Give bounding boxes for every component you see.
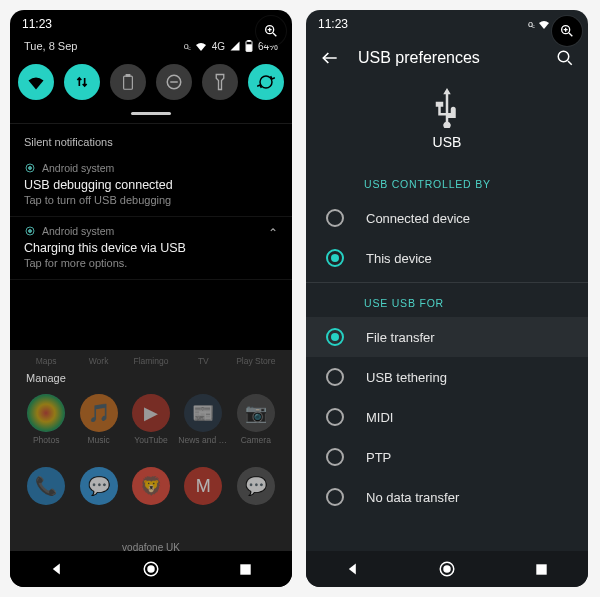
- radio-label: PTP: [366, 450, 391, 465]
- android-icon: [24, 225, 36, 237]
- radio-connected-device[interactable]: Connected device: [306, 198, 588, 238]
- nav-bar: [10, 551, 292, 587]
- radio-ptp[interactable]: PTP: [306, 437, 588, 477]
- app-label: Work: [74, 356, 124, 366]
- battery-saver-tile[interactable]: [110, 64, 146, 100]
- status-bar: 11:23: [10, 10, 292, 38]
- svg-point-26: [558, 51, 569, 62]
- app-dock-2[interactable]: 💬: [75, 467, 123, 505]
- nav-recents[interactable]: [531, 559, 551, 579]
- silent-label: Silent notifications: [10, 130, 292, 154]
- app-label: Maps: [21, 356, 71, 366]
- svg-rect-5: [248, 40, 250, 41]
- radio-label: This device: [366, 251, 432, 266]
- radio-icon: [326, 328, 344, 346]
- app-news[interactable]: 📰News and Sport: [179, 394, 227, 445]
- page-title: USB preferences: [358, 49, 538, 67]
- radio-label: Connected device: [366, 211, 470, 226]
- radio-icon: [326, 408, 344, 426]
- svg-rect-8: [126, 74, 130, 76]
- radio-label: MIDI: [366, 410, 393, 425]
- wifi-icon: [538, 19, 550, 29]
- search-button[interactable]: [556, 49, 574, 67]
- radio-midi[interactable]: MIDI: [306, 397, 588, 437]
- status-time: 11:23: [22, 17, 52, 31]
- qs-tiles: [10, 60, 292, 110]
- usb-icon: [432, 88, 462, 128]
- svg-line-1: [273, 33, 276, 36]
- notif-app-name: Android system: [42, 162, 114, 174]
- app-dock-4[interactable]: M: [179, 467, 227, 505]
- svg-point-12: [29, 167, 32, 170]
- svg-line-27: [568, 61, 572, 65]
- chevron-up-icon[interactable]: ⌃: [268, 226, 278, 240]
- app-photos[interactable]: Photos: [22, 394, 70, 445]
- radio-no-data-transfer[interactable]: No data transfer: [306, 477, 588, 517]
- svg-point-29: [444, 566, 450, 572]
- notif-app-name: Android system: [42, 225, 114, 237]
- app-dock-5[interactable]: 💬: [232, 467, 280, 505]
- wifi-icon: [195, 41, 207, 51]
- phone-notifications: 11:23 Tue, 8 Sep o꜀ 4G 64%: [10, 10, 292, 587]
- app-label: Photos: [21, 435, 71, 445]
- app-label: TV: [178, 356, 228, 366]
- notification-usb-debugging[interactable]: Android system USB debugging connected T…: [10, 154, 292, 217]
- ov-icon: o꜀: [184, 41, 190, 52]
- svg-point-16: [148, 566, 154, 572]
- qs-handle[interactable]: [131, 112, 171, 115]
- svg-rect-7: [124, 76, 133, 89]
- notification-usb-charging[interactable]: Android system ⌃ Charging this device vi…: [10, 217, 292, 280]
- app-label: Camera: [231, 435, 281, 445]
- radio-label: No data transfer: [366, 490, 459, 505]
- back-button[interactable]: [320, 48, 340, 68]
- radio-usb-tethering[interactable]: USB tethering: [306, 357, 588, 397]
- group-controlled-by: USB CONTROLLED BY: [306, 168, 588, 198]
- app-label: News and Sport: [178, 435, 228, 445]
- radio-icon: [326, 249, 344, 267]
- svg-rect-30: [536, 564, 546, 574]
- home-background: Maps Work Flamingo TV Play Store Manage …: [10, 350, 292, 551]
- rotation-tile[interactable]: [248, 64, 284, 100]
- radio-icon: [326, 209, 344, 227]
- radio-label: USB tethering: [366, 370, 447, 385]
- svg-rect-17: [240, 564, 250, 574]
- nav-recents[interactable]: [235, 559, 255, 579]
- app-camera[interactable]: 📷Camera: [232, 394, 280, 445]
- radio-this-device[interactable]: This device: [306, 238, 588, 278]
- app-label: Flamingo: [126, 356, 176, 366]
- wifi-tile[interactable]: [18, 64, 54, 100]
- notif-body: Tap to turn off USB debugging: [24, 194, 278, 206]
- svg-point-14: [29, 230, 32, 233]
- usb-label: USB: [306, 134, 588, 150]
- nav-home[interactable]: [141, 559, 161, 579]
- svg-line-19: [569, 33, 572, 36]
- nav-back[interactable]: [343, 559, 363, 579]
- app-label: YouTube: [126, 435, 176, 445]
- radio-label: File transfer: [366, 330, 435, 345]
- app-bar: USB preferences: [306, 38, 588, 78]
- app-dock-3[interactable]: 🦁: [127, 467, 175, 505]
- radio-icon: [326, 488, 344, 506]
- battery-icon: [245, 40, 253, 52]
- nav-back[interactable]: [47, 559, 67, 579]
- qs-date: Tue, 8 Sep: [24, 40, 77, 52]
- app-label: Play Store: [231, 356, 281, 366]
- svg-rect-6: [247, 45, 252, 51]
- radio-file-transfer[interactable]: File transfer: [306, 317, 588, 357]
- nav-home[interactable]: [437, 559, 457, 579]
- qs-header: Tue, 8 Sep o꜀ 4G 64%: [10, 38, 292, 60]
- data-tile[interactable]: [64, 64, 100, 100]
- dnd-tile[interactable]: [156, 64, 192, 100]
- nav-bar: [306, 551, 588, 587]
- zoom-button[interactable]: [552, 16, 582, 46]
- zoom-button[interactable]: [256, 16, 286, 46]
- notif-body: Tap for more options.: [24, 257, 278, 269]
- app-music[interactable]: 🎵Music: [75, 394, 123, 445]
- group-use-usb-for: USE USB FOR: [306, 287, 588, 317]
- app-label: Music: [74, 435, 124, 445]
- app-youtube[interactable]: ▶YouTube: [127, 394, 175, 445]
- flashlight-tile[interactable]: [202, 64, 238, 100]
- manage-label[interactable]: Manage: [20, 370, 282, 388]
- cell-icon: [230, 41, 240, 51]
- app-dock-1[interactable]: 📞: [22, 467, 70, 505]
